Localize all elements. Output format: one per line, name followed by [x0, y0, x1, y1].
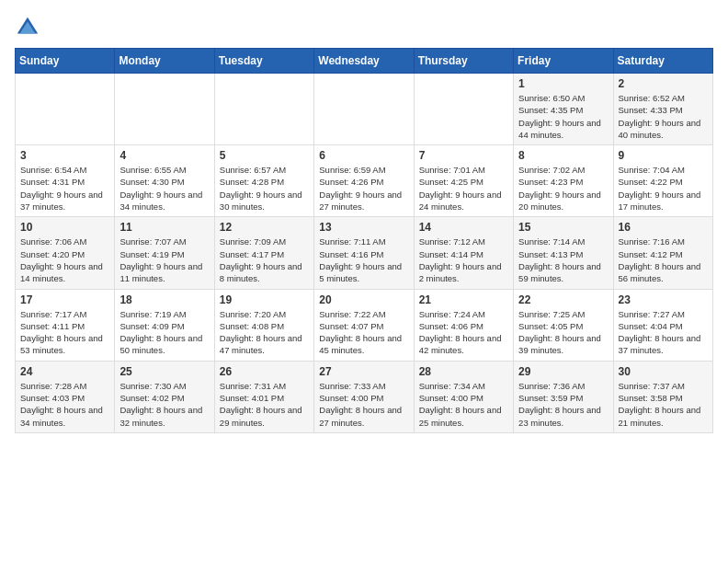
calendar-cell: 29Sunrise: 7:36 AM Sunset: 3:59 PM Dayli…	[514, 361, 613, 432]
day-info: Sunrise: 7:36 AM Sunset: 3:59 PM Dayligh…	[518, 380, 608, 429]
day-info: Sunrise: 7:31 AM Sunset: 4:01 PM Dayligh…	[220, 380, 309, 429]
weekday-header: Friday	[514, 49, 613, 74]
day-info: Sunrise: 7:24 AM Sunset: 4:06 PM Dayligh…	[419, 308, 508, 357]
calendar-cell: 16Sunrise: 7:16 AM Sunset: 4:12 PM Dayli…	[613, 217, 712, 289]
calendar-cell	[314, 74, 414, 145]
calendar-table: SundayMondayTuesdayWednesdayThursdayFrid…	[15, 48, 713, 433]
calendar-cell: 8Sunrise: 7:02 AM Sunset: 4:23 PM Daylig…	[514, 145, 613, 217]
day-number: 29	[518, 365, 608, 378]
day-number: 12	[220, 221, 309, 234]
day-number: 26	[220, 365, 309, 378]
logo	[15, 15, 44, 40]
day-info: Sunrise: 7:02 AM Sunset: 4:23 PM Dayligh…	[518, 164, 608, 213]
day-number: 20	[319, 293, 408, 306]
day-info: Sunrise: 7:07 AM Sunset: 4:19 PM Dayligh…	[119, 236, 209, 284]
calendar-header-row: SundayMondayTuesdayWednesdayThursdayFrid…	[16, 49, 713, 74]
calendar-cell: 28Sunrise: 7:34 AM Sunset: 4:00 PM Dayli…	[414, 361, 513, 432]
day-number: 22	[518, 293, 608, 306]
day-info: Sunrise: 7:17 AM Sunset: 4:11 PM Dayligh…	[20, 308, 109, 357]
calendar-cell: 10Sunrise: 7:06 AM Sunset: 4:20 PM Dayli…	[16, 217, 115, 289]
day-info: Sunrise: 6:57 AM Sunset: 4:28 PM Dayligh…	[220, 164, 309, 213]
day-number: 2	[619, 77, 708, 90]
day-number: 7	[419, 149, 508, 162]
calendar-cell: 14Sunrise: 7:12 AM Sunset: 4:14 PM Dayli…	[414, 217, 513, 289]
calendar-cell: 30Sunrise: 7:37 AM Sunset: 3:58 PM Dayli…	[613, 361, 712, 432]
calendar-week-row: 1Sunrise: 6:50 AM Sunset: 4:35 PM Daylig…	[16, 74, 713, 145]
day-number: 4	[119, 149, 209, 162]
day-number: 23	[619, 293, 708, 306]
day-info: Sunrise: 7:12 AM Sunset: 4:14 PM Dayligh…	[419, 236, 508, 284]
calendar-cell: 21Sunrise: 7:24 AM Sunset: 4:06 PM Dayli…	[414, 289, 513, 361]
logo-icon	[15, 15, 40, 40]
weekday-header: Wednesday	[314, 49, 414, 74]
calendar-cell: 20Sunrise: 7:22 AM Sunset: 4:07 PM Dayli…	[314, 289, 414, 361]
day-number: 1	[518, 77, 608, 90]
calendar-cell: 5Sunrise: 6:57 AM Sunset: 4:28 PM Daylig…	[214, 145, 313, 217]
day-info: Sunrise: 7:14 AM Sunset: 4:13 PM Dayligh…	[518, 236, 608, 284]
day-number: 21	[419, 293, 508, 306]
day-info: Sunrise: 7:16 AM Sunset: 4:12 PM Dayligh…	[619, 236, 708, 284]
day-number: 17	[20, 293, 109, 306]
day-info: Sunrise: 7:04 AM Sunset: 4:22 PM Dayligh…	[619, 164, 708, 213]
day-info: Sunrise: 6:55 AM Sunset: 4:30 PM Dayligh…	[119, 164, 209, 213]
day-info: Sunrise: 6:50 AM Sunset: 4:35 PM Dayligh…	[518, 92, 608, 141]
calendar-cell: 23Sunrise: 7:27 AM Sunset: 4:04 PM Dayli…	[613, 289, 712, 361]
day-info: Sunrise: 7:37 AM Sunset: 3:58 PM Dayligh…	[619, 380, 708, 429]
calendar-cell: 22Sunrise: 7:25 AM Sunset: 4:05 PM Dayli…	[514, 289, 613, 361]
calendar-cell: 13Sunrise: 7:11 AM Sunset: 4:16 PM Dayli…	[314, 217, 414, 289]
day-number: 16	[619, 221, 708, 234]
calendar-cell	[115, 74, 214, 145]
day-info: Sunrise: 7:27 AM Sunset: 4:04 PM Dayligh…	[619, 308, 708, 357]
day-info: Sunrise: 7:11 AM Sunset: 4:16 PM Dayligh…	[319, 236, 408, 284]
day-number: 3	[20, 149, 109, 162]
calendar-cell: 24Sunrise: 7:28 AM Sunset: 4:03 PM Dayli…	[16, 361, 115, 432]
day-number: 30	[619, 365, 708, 378]
day-info: Sunrise: 7:19 AM Sunset: 4:09 PM Dayligh…	[119, 308, 209, 357]
calendar-cell: 12Sunrise: 7:09 AM Sunset: 4:17 PM Dayli…	[214, 217, 313, 289]
weekday-header: Tuesday	[214, 49, 313, 74]
weekday-header: Saturday	[613, 49, 712, 74]
day-number: 5	[220, 149, 309, 162]
weekday-header: Monday	[115, 49, 214, 74]
day-info: Sunrise: 7:30 AM Sunset: 4:02 PM Dayligh…	[119, 380, 209, 429]
day-number: 28	[419, 365, 508, 378]
day-info: Sunrise: 7:25 AM Sunset: 4:05 PM Dayligh…	[518, 308, 608, 357]
day-info: Sunrise: 7:20 AM Sunset: 4:08 PM Dayligh…	[220, 308, 309, 357]
day-number: 24	[20, 365, 109, 378]
day-number: 19	[220, 293, 309, 306]
page-header	[15, 15, 713, 40]
day-number: 27	[319, 365, 408, 378]
calendar-week-row: 3Sunrise: 6:54 AM Sunset: 4:31 PM Daylig…	[16, 145, 713, 217]
day-info: Sunrise: 6:54 AM Sunset: 4:31 PM Dayligh…	[20, 164, 109, 213]
calendar-cell	[16, 74, 115, 145]
day-number: 8	[518, 149, 608, 162]
day-number: 11	[119, 221, 209, 234]
calendar-cell: 19Sunrise: 7:20 AM Sunset: 4:08 PM Dayli…	[214, 289, 313, 361]
calendar-cell: 18Sunrise: 7:19 AM Sunset: 4:09 PM Dayli…	[115, 289, 214, 361]
calendar-cell: 7Sunrise: 7:01 AM Sunset: 4:25 PM Daylig…	[414, 145, 513, 217]
calendar-cell	[414, 74, 513, 145]
calendar-cell: 11Sunrise: 7:07 AM Sunset: 4:19 PM Dayli…	[115, 217, 214, 289]
calendar-week-row: 17Sunrise: 7:17 AM Sunset: 4:11 PM Dayli…	[16, 289, 713, 361]
day-info: Sunrise: 7:22 AM Sunset: 4:07 PM Dayligh…	[319, 308, 408, 357]
day-number: 9	[619, 149, 708, 162]
day-info: Sunrise: 7:01 AM Sunset: 4:25 PM Dayligh…	[419, 164, 508, 213]
day-info: Sunrise: 7:28 AM Sunset: 4:03 PM Dayligh…	[20, 380, 109, 429]
day-info: Sunrise: 7:06 AM Sunset: 4:20 PM Dayligh…	[20, 236, 109, 284]
calendar-cell: 6Sunrise: 6:59 AM Sunset: 4:26 PM Daylig…	[314, 145, 414, 217]
calendar-cell: 1Sunrise: 6:50 AM Sunset: 4:35 PM Daylig…	[514, 74, 613, 145]
day-number: 15	[518, 221, 608, 234]
calendar-cell: 25Sunrise: 7:30 AM Sunset: 4:02 PM Dayli…	[115, 361, 214, 432]
calendar-cell: 9Sunrise: 7:04 AM Sunset: 4:22 PM Daylig…	[613, 145, 712, 217]
day-number: 18	[119, 293, 209, 306]
day-info: Sunrise: 7:34 AM Sunset: 4:00 PM Dayligh…	[419, 380, 508, 429]
calendar-week-row: 24Sunrise: 7:28 AM Sunset: 4:03 PM Dayli…	[16, 361, 713, 432]
day-info: Sunrise: 6:52 AM Sunset: 4:33 PM Dayligh…	[619, 92, 708, 141]
day-info: Sunrise: 7:33 AM Sunset: 4:00 PM Dayligh…	[319, 380, 408, 429]
calendar-cell: 2Sunrise: 6:52 AM Sunset: 4:33 PM Daylig…	[613, 74, 712, 145]
day-number: 6	[319, 149, 408, 162]
calendar-cell: 3Sunrise: 6:54 AM Sunset: 4:31 PM Daylig…	[16, 145, 115, 217]
weekday-header: Sunday	[16, 49, 115, 74]
day-info: Sunrise: 7:09 AM Sunset: 4:17 PM Dayligh…	[220, 236, 309, 284]
day-number: 14	[419, 221, 508, 234]
